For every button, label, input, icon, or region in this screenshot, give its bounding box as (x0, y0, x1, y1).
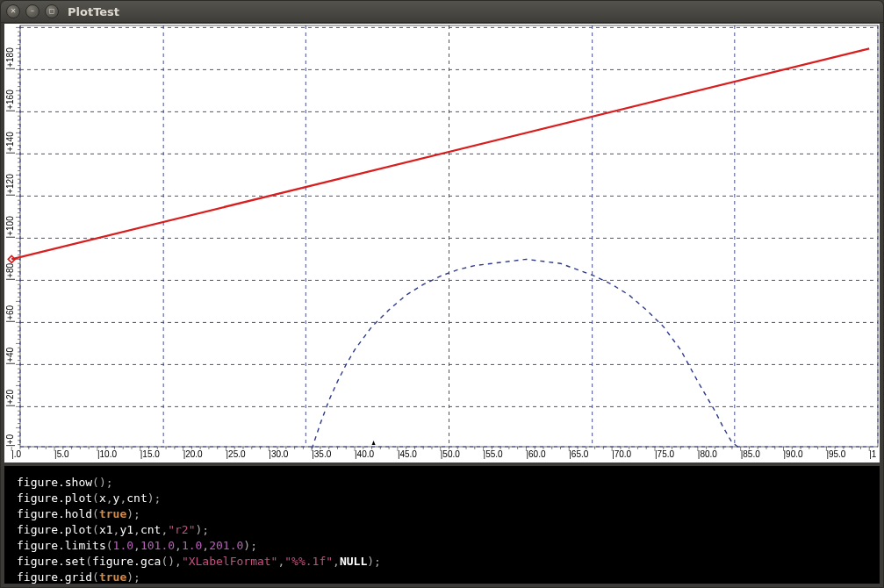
x-tick-label: |85.0 (741, 449, 760, 459)
code-line: figure.limits(1.0,101.0,1.0,201.0); (17, 538, 867, 554)
x-tick-label: |50.0 (441, 449, 460, 459)
x-tick-label: |20.0 (183, 449, 203, 459)
x-tick-label: |30.0 (269, 449, 288, 459)
x-tick-label: |65.0 (569, 449, 588, 459)
code-line: figure.plot(x,y,cnt); (17, 491, 867, 506)
code-line: figure.show(); (17, 475, 867, 491)
x-tick-label: |45.0 (398, 449, 417, 459)
x-tick-label: |1 (869, 449, 877, 459)
x-tick-label: |25.0 (226, 449, 245, 459)
x-tick-label: |75.0 (655, 449, 674, 459)
x-tick-label: |.0 (11, 449, 21, 459)
x-tick-label: |10.0 (97, 449, 117, 459)
code-line: figure.set(figure.gca(),"XLabelFormat","… (17, 554, 867, 570)
titlebar[interactable]: ✕ – ◻ PlotTest (1, 1, 883, 23)
y-tick-label: |+100 (5, 216, 15, 239)
x-tick-label: |90.0 (784, 449, 803, 459)
x-tick-label: |70.0 (612, 449, 631, 459)
maximize-icon[interactable]: ◻ (45, 4, 59, 18)
chart-canvas: |.0|5.0|10.0|15.0|20.0|25.0|30.0|35.0|40… (4, 24, 880, 463)
plot-area[interactable]: |.0|5.0|10.0|15.0|20.0|25.0|30.0|35.0|40… (4, 24, 880, 463)
code-line: figure.plot(x1,y1,cnt,"r2"); (17, 522, 867, 538)
x-tick-label: |5.0 (54, 449, 69, 459)
window-title: PlotTest (68, 5, 119, 18)
y-tick-label: |+0 (5, 434, 15, 447)
y-tick-label: |+80 (5, 262, 15, 280)
x-tick-label: |60.0 (526, 449, 545, 459)
x-tick-label: |80.0 (698, 449, 717, 459)
y-tick-label: |+180 (5, 47, 15, 70)
y-tick-label: |+40 (5, 347, 15, 364)
minimize-icon[interactable]: – (25, 4, 40, 18)
code-panel: figure.show();figure.plot(x,y,cnt);figur… (4, 466, 880, 584)
code-line: figure.hold(true); (17, 506, 867, 522)
app-window: ✕ – ◻ PlotTest |.0|5.0|10.0|15.0|20.0|25… (0, 0, 884, 588)
x-tick-label: |95.0 (826, 449, 845, 459)
y-tick-label: |+140 (5, 132, 15, 154)
x-tick-label: |15.0 (140, 449, 160, 459)
series-line (312, 259, 741, 448)
y-tick-label: |+20 (5, 389, 15, 406)
y-tick-label: |+160 (5, 90, 15, 112)
x-tick-label: |55.0 (484, 449, 503, 459)
x-tick-label: |40.0 (355, 449, 374, 459)
close-icon[interactable]: ✕ (6, 4, 20, 18)
x-tick-label: |35.0 (312, 449, 331, 459)
code-line: figure.grid(true); (17, 570, 867, 584)
y-tick-label: |+60 (5, 305, 15, 322)
y-tick-label: |+120 (5, 174, 15, 197)
window-controls: ✕ – ◻ (6, 4, 59, 18)
